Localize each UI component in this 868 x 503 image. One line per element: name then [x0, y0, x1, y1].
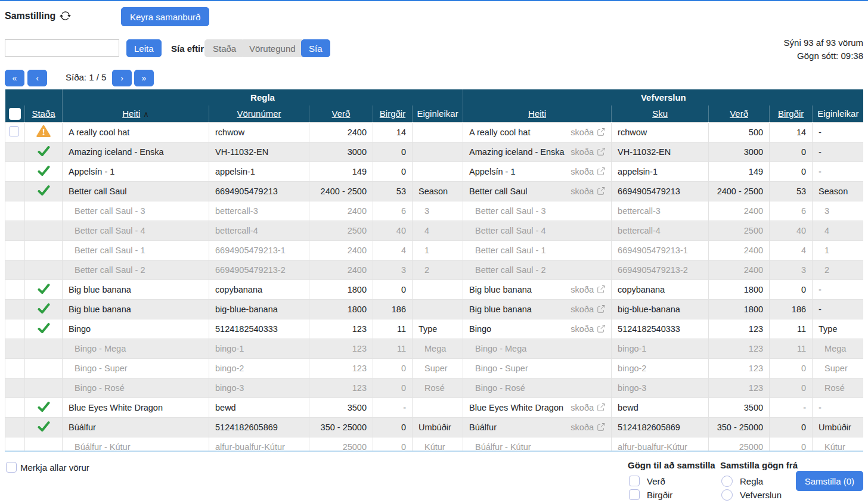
- table-cell: 350 - 25000: [309, 417, 373, 437]
- table-cell: bettercall-4: [209, 221, 309, 240]
- table-cell: bingo-3: [612, 378, 709, 398]
- table-cell: 1800: [709, 299, 770, 319]
- table-row: Better call Saul66949054792132400 - 2500…: [5, 181, 864, 201]
- table-cell: 11: [770, 319, 813, 339]
- skoda-link[interactable]: skoða: [571, 147, 605, 157]
- col-stada[interactable]: Staða: [25, 105, 63, 122]
- table-cell: 4: [770, 240, 813, 260]
- skoda-link[interactable]: skoða: [571, 423, 605, 432]
- pagination-next-button[interactable]: ›: [112, 70, 132, 86]
- skoda-link[interactable]: skoða: [571, 403, 605, 412]
- pagination-prev-button[interactable]: ‹: [27, 70, 47, 86]
- table-cell: bingo-1: [209, 339, 309, 358]
- table-cell: 4: [373, 240, 413, 260]
- col-birgdir-right-link[interactable]: Birgðir: [778, 108, 804, 119]
- col-sku-link[interactable]: Sku: [652, 108, 668, 119]
- col-verd-right[interactable]: Verð: [709, 105, 770, 122]
- table-cell: 40: [770, 221, 813, 240]
- col-sku[interactable]: Sku: [612, 105, 709, 122]
- skoda-link[interactable]: skoða: [571, 187, 605, 196]
- row-checkbox[interactable]: [9, 126, 19, 136]
- table-cell: VH-11032-EN: [612, 142, 709, 162]
- table-cell: -: [813, 299, 863, 319]
- pagination-first-button[interactable]: «: [5, 70, 24, 86]
- table-cell: Búálfurskoða: [463, 417, 612, 437]
- filter-product-type-button[interactable]: Vörutegund: [241, 39, 304, 57]
- col-verd-left[interactable]: Verð: [309, 105, 373, 122]
- col-birgdir-left-link[interactable]: Birgðir: [380, 108, 405, 119]
- table-row: Bingo512418254033312311TypeBingoskoða512…: [5, 319, 864, 339]
- skoda-link[interactable]: skoða: [571, 324, 605, 334]
- col-heiti-right-link[interactable]: Heiti: [528, 108, 546, 119]
- table-cell: big-blue-banana: [209, 299, 309, 319]
- table-cell: Mega: [413, 339, 463, 358]
- col-heiti-left[interactable]: Heiti∧: [63, 105, 209, 122]
- col-vorunumer-link[interactable]: Vörunúmer: [237, 108, 281, 119]
- table-cell: [5, 339, 25, 358]
- product-name: Bingo - Super: [475, 364, 528, 373]
- table-cell: 6694905479213: [209, 181, 309, 201]
- col-birgdir-right[interactable]: Birgðir: [770, 105, 813, 122]
- pagination-last-button[interactable]: »: [134, 70, 154, 86]
- table-cell: 123: [309, 378, 373, 398]
- table-cell: [25, 280, 63, 299]
- skoda-label: skoða: [571, 305, 594, 314]
- table-cell: A really cool hatskoða: [463, 122, 612, 142]
- table-cell: 1800: [709, 280, 770, 299]
- table-cell: Umbúðir: [813, 417, 863, 437]
- table-row: Big blue bananabig-blue-banana1800186Big…: [5, 299, 864, 319]
- col-birgdir-left[interactable]: Birgðir: [373, 105, 413, 122]
- col-heiti-right[interactable]: Heiti: [463, 105, 612, 122]
- skoda-label: skoða: [571, 167, 594, 176]
- col-verd-left-link[interactable]: Verð: [332, 108, 351, 119]
- col-vorunumer[interactable]: Vörunúmer: [209, 105, 309, 122]
- skoda-link[interactable]: skoða: [571, 285, 605, 294]
- table-cell: 3500: [309, 398, 373, 417]
- table-cell: 123: [309, 358, 373, 378]
- product-name: Appelsín - 1: [469, 167, 515, 176]
- birgdir-checkbox[interactable]: [629, 489, 640, 500]
- table-cell: 123: [709, 339, 770, 358]
- table-row: Better call Saul - 4bettercall-42500404B…: [5, 221, 864, 240]
- table-cell: [413, 398, 463, 417]
- table-cell: Rosé: [813, 378, 863, 398]
- run-comparison-button[interactable]: Keyra samanburð: [121, 7, 209, 26]
- table-cell: Kútur: [413, 437, 463, 452]
- mark-all-checkbox[interactable]: [6, 462, 17, 473]
- col-stada-link[interactable]: Staða: [32, 108, 55, 119]
- check-icon: [38, 185, 50, 195]
- refresh-icon[interactable]: [60, 10, 71, 21]
- check-icon: [38, 146, 50, 156]
- table-cell: [413, 122, 463, 142]
- select-all-checkbox[interactable]: [9, 108, 21, 120]
- verd-checkbox-label: Verð: [647, 476, 665, 486]
- table-cell: 2400: [709, 201, 770, 221]
- search-button[interactable]: Leita: [126, 39, 162, 57]
- skoda-link[interactable]: skoða: [571, 305, 605, 314]
- external-link-icon: [597, 403, 605, 412]
- filter-status-button[interactable]: Staða: [204, 39, 244, 57]
- check-icon: [38, 323, 50, 333]
- table-cell: 123: [709, 378, 770, 398]
- table-cell: Blue Eyes White Dragon: [63, 398, 209, 417]
- regla-radio[interactable]: [721, 476, 733, 487]
- filter-apply-button[interactable]: Sía: [301, 39, 330, 57]
- vefverslun-radio[interactable]: [721, 489, 733, 501]
- skoda-link[interactable]: skoða: [571, 128, 605, 137]
- table-row: A really cool hatrchwow240014A really co…: [5, 122, 864, 142]
- verd-checkbox[interactable]: [629, 476, 640, 486]
- table-cell: 0: [770, 378, 813, 398]
- col-heiti-left-link[interactable]: Heiti: [122, 108, 140, 119]
- table-cell: VH-11032-EN: [209, 142, 309, 162]
- table-cell: 186: [770, 299, 813, 319]
- product-name: Better call Saul: [469, 187, 528, 196]
- search-input[interactable]: [5, 39, 119, 57]
- skoda-link[interactable]: skoða: [571, 167, 605, 176]
- col-verd-right-link[interactable]: Verð: [730, 108, 748, 119]
- table-cell: alfur-bualfur-Kútur: [612, 437, 709, 452]
- sync-button[interactable]: Samstilla (0): [796, 471, 863, 491]
- table-cell: 2400 - 2500: [709, 181, 770, 201]
- product-name: Big blue banana: [469, 305, 532, 314]
- table-cell: -: [813, 280, 863, 299]
- table-cell: bingo-3: [209, 378, 309, 398]
